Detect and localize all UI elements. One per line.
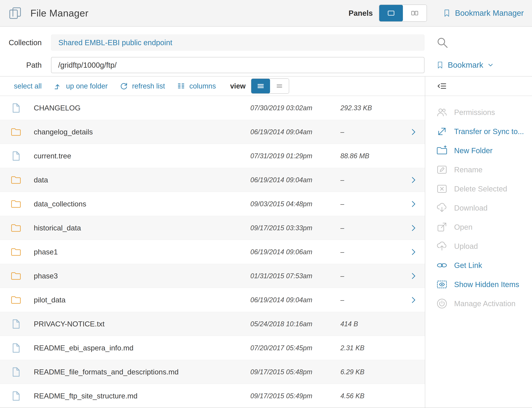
folder-icon <box>10 175 22 186</box>
path-input[interactable] <box>51 57 425 73</box>
file-list-pane: select all up one folder <box>0 76 425 408</box>
file-name: README_ebi_aspera_info.md <box>34 344 250 352</box>
search-icon[interactable] <box>436 36 448 49</box>
chevron-right-icon[interactable] <box>402 224 425 232</box>
file-icon <box>10 102 22 113</box>
chevron-right-icon[interactable] <box>402 176 425 184</box>
action-show-hidden[interactable]: Show Hidden Items <box>425 275 532 294</box>
list-view-button[interactable] <box>251 79 270 93</box>
single-panel-button[interactable] <box>379 5 403 21</box>
file-row[interactable]: data 06/19/2014 09:04am – <box>0 168 425 192</box>
file-date: 06/19/2014 09:04am <box>250 176 340 184</box>
action-transfer[interactable]: Transfer or Sync to... <box>425 122 532 141</box>
file-size: 2.31 KB <box>340 344 402 352</box>
file-row[interactable]: phase1 06/19/2014 09:06am – <box>0 240 425 264</box>
brand: File Manager <box>8 6 88 20</box>
file-size: – <box>340 296 402 304</box>
file-row[interactable]: pilot_data 06/19/2014 09:04am – <box>0 288 425 312</box>
action-open: Open <box>425 218 532 237</box>
file-name: phase1 <box>34 248 250 256</box>
file-size: 4.56 KB <box>340 392 402 400</box>
bookmark-button[interactable]: Bookmark <box>436 60 494 70</box>
file-row[interactable]: current.tree 07/31/2019 01:29pm 88.86 MB <box>0 144 425 168</box>
file-size: – <box>340 176 402 184</box>
file-size: 88.86 MB <box>340 152 402 160</box>
sidebar-header <box>425 76 532 96</box>
view-label: view <box>230 82 245 90</box>
file-name: phase3 <box>34 272 250 280</box>
file-name: CHANGELOG <box>34 104 250 112</box>
file-date: 05/24/2018 10:16am <box>250 320 340 328</box>
file-row[interactable]: README_ftp_site_structure.md 09/17/2015 … <box>0 384 425 408</box>
file-name: README_ftp_site_structure.md <box>34 392 250 400</box>
bookmark-ribbon-icon <box>436 60 444 70</box>
up-one-folder-button[interactable]: up one folder <box>53 82 108 91</box>
file-date: 06/19/2014 09:04am <box>250 128 340 136</box>
select-all-button[interactable]: select all <box>14 82 42 90</box>
dual-panel-icon <box>409 9 420 17</box>
columns-label: columns <box>189 82 216 90</box>
view-toggle-group: view <box>230 78 289 94</box>
bookmark-manager-button[interactable]: Bookmark Manager <box>443 8 524 18</box>
list-toolbar: select all up one folder <box>0 76 425 96</box>
bookmark-manager-label: Bookmark Manager <box>455 9 524 18</box>
show-hidden-icon <box>436 279 448 290</box>
folder-icon <box>10 127 22 137</box>
chevron-right-icon[interactable] <box>402 128 425 136</box>
compact-view-button[interactable] <box>270 79 289 93</box>
file-date: 09/17/2015 05:49pm <box>250 392 340 400</box>
chevron-right-icon[interactable] <box>402 248 425 256</box>
dual-panel-button[interactable] <box>403 5 427 21</box>
file-name: README_file_formats_and_descriptions.md <box>34 368 250 376</box>
collection-label: Collection <box>0 38 42 47</box>
file-size: 414 B <box>340 320 402 328</box>
file-date: 06/19/2014 09:04am <box>250 296 340 304</box>
file-row[interactable]: README_ebi_aspera_info.md 07/20/2017 05:… <box>0 336 425 360</box>
file-date: 01/31/2015 07:53am <box>250 272 340 280</box>
file-name: changelog_details <box>34 128 250 136</box>
refresh-list-button[interactable]: refresh list <box>119 82 165 91</box>
actions-sidebar: PermissionsTransfer or Sync to...New Fol… <box>425 76 532 408</box>
file-icon <box>10 391 22 401</box>
file-name: pilot_data <box>34 296 250 304</box>
panels-toggle-group: Panels <box>349 5 427 22</box>
file-row[interactable]: historical_data 09/17/2015 03:33pm – <box>0 216 425 240</box>
main-area: select all up one folder <box>0 76 532 408</box>
action-get-link[interactable]: Get Link <box>425 256 532 275</box>
panels-segment <box>379 5 427 22</box>
file-row[interactable]: README_file_formats_and_descriptions.md … <box>0 360 425 384</box>
bookmark-icon <box>443 8 451 18</box>
folder-icon <box>10 295 22 306</box>
collection-input[interactable]: Shared EMBL-EBI public endpoint <box>51 34 425 51</box>
collapse-panel-icon[interactable] <box>437 81 447 91</box>
chevron-right-icon[interactable] <box>402 296 425 304</box>
panels-label: Panels <box>349 9 373 17</box>
action-permissions: Permissions <box>425 103 532 122</box>
file-size: 292.33 KB <box>340 104 402 112</box>
file-row[interactable]: phase3 01/31/2015 07:53am – <box>0 264 425 288</box>
file-size: – <box>340 224 402 232</box>
up-arrow-icon <box>53 82 62 91</box>
file-name: historical_data <box>34 224 250 232</box>
path-label: Path <box>0 61 42 69</box>
select-all-label: select all <box>14 82 42 90</box>
file-date: 06/19/2014 09:06am <box>250 248 340 256</box>
download-icon <box>436 202 448 214</box>
file-name: data <box>34 176 250 184</box>
columns-button[interactable]: columns <box>177 82 216 91</box>
file-row[interactable]: CHANGELOG 07/30/2019 03:02am 292.33 KB <box>0 96 425 120</box>
file-row[interactable]: data_collections 09/03/2015 04:48pm – <box>0 192 425 216</box>
file-name: PRIVACY-NOTICE.txt <box>34 320 250 328</box>
power-icon <box>436 298 448 309</box>
refresh-icon <box>119 82 128 91</box>
chevron-right-icon[interactable] <box>402 200 425 208</box>
file-manager-app: File Manager Panels <box>0 0 532 408</box>
action-new-folder[interactable]: New Folder <box>425 141 532 160</box>
path-row: Path Bookmark <box>0 57 532 73</box>
file-size: – <box>340 128 402 136</box>
chevron-right-icon[interactable] <box>402 272 425 280</box>
action-label: Delete Selected <box>454 185 507 193</box>
file-date: 07/30/2019 03:02am <box>250 104 340 112</box>
file-row[interactable]: PRIVACY-NOTICE.txt 05/24/2018 10:16am 41… <box>0 312 425 336</box>
file-row[interactable]: changelog_details 06/19/2014 09:04am – <box>0 120 425 144</box>
